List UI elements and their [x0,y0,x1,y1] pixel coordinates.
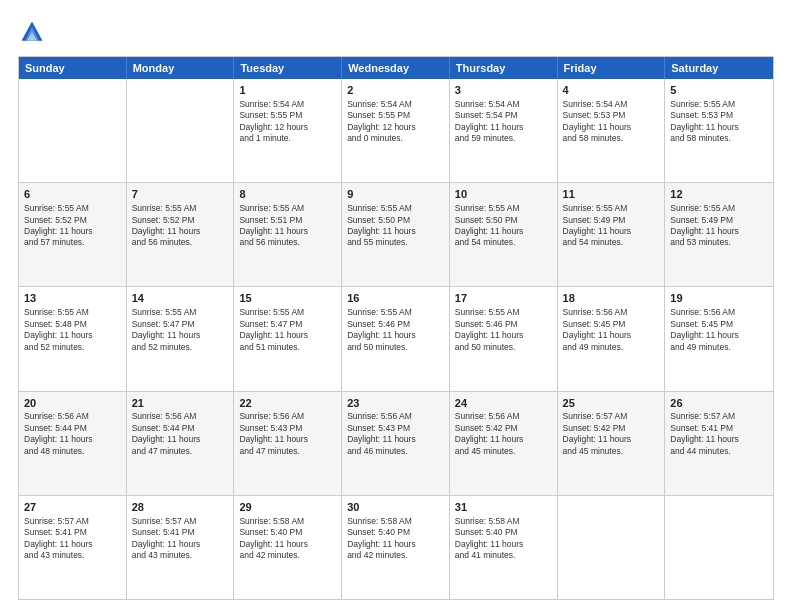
day-info-line: Sunrise: 5:58 AM [347,516,444,527]
day-cell-5: 5Sunrise: 5:55 AMSunset: 5:53 PMDaylight… [665,79,773,182]
calendar-row-4: 27Sunrise: 5:57 AMSunset: 5:41 PMDayligh… [19,495,773,599]
calendar-row-0: 1Sunrise: 5:54 AMSunset: 5:55 PMDaylight… [19,79,773,182]
day-info-line: and 54 minutes. [563,237,660,248]
day-info-line: Sunset: 5:47 PM [132,319,229,330]
day-info-line: Sunset: 5:45 PM [563,319,660,330]
calendar-header: SundayMondayTuesdayWednesdayThursdayFrid… [19,57,773,79]
day-info-line: and 49 minutes. [563,342,660,353]
empty-cell-4-6 [665,496,773,599]
day-number: 14 [132,291,229,306]
day-info-line: Sunset: 5:40 PM [239,527,336,538]
day-number: 11 [563,187,660,202]
header [18,18,774,46]
day-number: 13 [24,291,121,306]
day-info-line: and 46 minutes. [347,446,444,457]
day-info-line: Sunset: 5:40 PM [347,527,444,538]
day-cell-8: 8Sunrise: 5:55 AMSunset: 5:51 PMDaylight… [234,183,342,286]
day-number: 24 [455,396,552,411]
day-info-line: Sunrise: 5:57 AM [132,516,229,527]
day-number: 18 [563,291,660,306]
day-info-line: and 56 minutes. [239,237,336,248]
empty-cell-0-1 [127,79,235,182]
day-info-line: Sunrise: 5:54 AM [347,99,444,110]
day-info-line: Sunrise: 5:55 AM [347,307,444,318]
day-info-line: Daylight: 11 hours [455,434,552,445]
day-info-line: and 59 minutes. [455,133,552,144]
day-info-line: Daylight: 11 hours [132,434,229,445]
day-cell-12: 12Sunrise: 5:55 AMSunset: 5:49 PMDayligh… [665,183,773,286]
day-info-line: Sunrise: 5:55 AM [24,203,121,214]
day-info-line: Sunrise: 5:56 AM [670,307,768,318]
day-info-line: and 42 minutes. [347,550,444,561]
day-info-line: Sunrise: 5:58 AM [239,516,336,527]
day-number: 5 [670,83,768,98]
day-cell-21: 21Sunrise: 5:56 AMSunset: 5:44 PMDayligh… [127,392,235,495]
day-info-line: Sunset: 5:52 PM [132,215,229,226]
day-number: 22 [239,396,336,411]
day-info-line: Sunset: 5:43 PM [239,423,336,434]
day-number: 10 [455,187,552,202]
day-info-line: and 48 minutes. [24,446,121,457]
day-number: 3 [455,83,552,98]
day-cell-18: 18Sunrise: 5:56 AMSunset: 5:45 PMDayligh… [558,287,666,390]
day-cell-28: 28Sunrise: 5:57 AMSunset: 5:41 PMDayligh… [127,496,235,599]
day-number: 8 [239,187,336,202]
day-info-line: Sunrise: 5:55 AM [24,307,121,318]
day-info-line: Sunset: 5:43 PM [347,423,444,434]
day-info-line: Daylight: 11 hours [455,330,552,341]
day-info-line: Daylight: 11 hours [239,330,336,341]
day-number: 12 [670,187,768,202]
day-info-line: Daylight: 11 hours [670,434,768,445]
day-info-line: Sunset: 5:44 PM [24,423,121,434]
header-day-friday: Friday [558,57,666,79]
day-info-line: Daylight: 11 hours [132,226,229,237]
day-cell-3: 3Sunrise: 5:54 AMSunset: 5:54 PMDaylight… [450,79,558,182]
day-info-line: Sunset: 5:49 PM [670,215,768,226]
day-info-line: Sunset: 5:41 PM [24,527,121,538]
day-info-line: and 50 minutes. [455,342,552,353]
day-info-line: and 52 minutes. [132,342,229,353]
day-info-line: and 49 minutes. [670,342,768,353]
day-number: 7 [132,187,229,202]
day-info-line: Sunrise: 5:57 AM [24,516,121,527]
day-cell-24: 24Sunrise: 5:56 AMSunset: 5:42 PMDayligh… [450,392,558,495]
day-cell-20: 20Sunrise: 5:56 AMSunset: 5:44 PMDayligh… [19,392,127,495]
day-cell-13: 13Sunrise: 5:55 AMSunset: 5:48 PMDayligh… [19,287,127,390]
day-info-line: and 56 minutes. [132,237,229,248]
day-number: 30 [347,500,444,515]
day-info-line: Daylight: 11 hours [670,226,768,237]
day-info-line: Sunrise: 5:55 AM [239,307,336,318]
day-cell-31: 31Sunrise: 5:58 AMSunset: 5:40 PMDayligh… [450,496,558,599]
day-info-line: Daylight: 11 hours [563,122,660,133]
day-info-line: and 52 minutes. [24,342,121,353]
day-info-line: Sunrise: 5:55 AM [132,203,229,214]
day-info-line: and 51 minutes. [239,342,336,353]
day-info-line: Daylight: 11 hours [670,122,768,133]
day-info-line: Daylight: 11 hours [132,539,229,550]
day-info-line: Sunrise: 5:55 AM [455,203,552,214]
day-info-line: Daylight: 11 hours [24,434,121,445]
day-info-line: Daylight: 11 hours [563,434,660,445]
day-info-line: Sunrise: 5:55 AM [347,203,444,214]
day-info-line: and 45 minutes. [563,446,660,457]
day-info-line: Sunset: 5:53 PM [563,110,660,121]
day-info-line: Sunrise: 5:56 AM [455,411,552,422]
day-info-line: Sunset: 5:40 PM [455,527,552,538]
day-number: 4 [563,83,660,98]
header-day-saturday: Saturday [665,57,773,79]
day-info-line: Sunset: 5:41 PM [670,423,768,434]
day-info-line: and 47 minutes. [132,446,229,457]
logo-icon [18,18,46,46]
day-info-line: Daylight: 11 hours [239,539,336,550]
day-number: 19 [670,291,768,306]
day-info-line: Sunset: 5:55 PM [347,110,444,121]
day-info-line: Sunrise: 5:57 AM [563,411,660,422]
day-cell-23: 23Sunrise: 5:56 AMSunset: 5:43 PMDayligh… [342,392,450,495]
day-cell-4: 4Sunrise: 5:54 AMSunset: 5:53 PMDaylight… [558,79,666,182]
day-info-line: and 43 minutes. [132,550,229,561]
header-day-tuesday: Tuesday [234,57,342,79]
day-info-line: Sunset: 5:54 PM [455,110,552,121]
day-number: 2 [347,83,444,98]
day-number: 27 [24,500,121,515]
day-info-line: Sunrise: 5:55 AM [239,203,336,214]
